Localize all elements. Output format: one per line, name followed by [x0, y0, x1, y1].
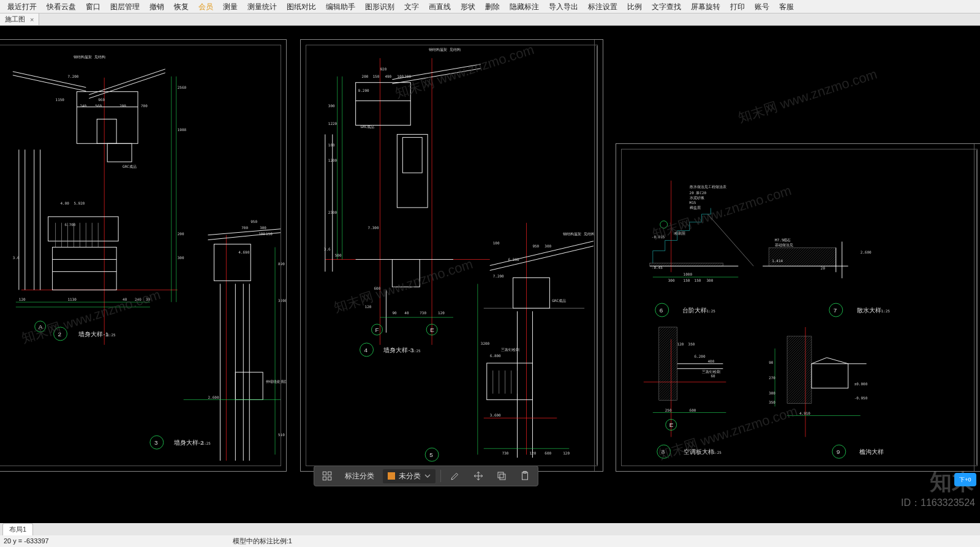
annot-category-select[interactable]: 未分类	[383, 469, 435, 483]
svg-rect-237	[323, 472, 326, 475]
document-tabbar: 施工图 ×	[0, 13, 980, 26]
drawing-canvas[interactable]: 120 1130 40 240 30 2560 1988 200 300 4.0…	[0, 26, 980, 523]
menu-import-export[interactable]: 导入导出	[544, 0, 583, 13]
menu-undo[interactable]: 撤销	[145, 0, 169, 13]
menu-find-text[interactable]: 文字查找	[647, 0, 686, 13]
annot-classify-label: 标注分类	[345, 471, 374, 481]
menu-shape-recog[interactable]: 图形识别	[360, 0, 399, 13]
move-icon[interactable]	[469, 469, 488, 483]
watermark: 知末网 www.znzmo.com	[736, 65, 880, 127]
svg-rect-242	[498, 472, 503, 478]
annot-classify-button[interactable]: 标注分类	[341, 469, 378, 483]
svg-rect-240	[328, 477, 331, 480]
resource-id: ID：1163323524	[901, 497, 975, 510]
annot-category-value: 未分类	[399, 471, 421, 481]
close-icon[interactable]: ×	[30, 16, 34, 23]
sheet-3-legend	[974, 144, 980, 471]
sheet-1-border	[0, 45, 281, 466]
edit-icon[interactable]	[446, 469, 464, 483]
menu-compare[interactable]: 图纸对比	[282, 0, 321, 13]
layout-tabbar: 布局1	[0, 523, 980, 535]
menu-support[interactable]: 客服	[774, 0, 799, 13]
paste-icon[interactable]	[516, 469, 534, 483]
menu-rotate[interactable]: 屏幕旋转	[686, 0, 725, 13]
model-scale: 模型中的标注比例:1	[233, 535, 292, 547]
menu-delete[interactable]: 删除	[480, 0, 505, 13]
svg-rect-241	[500, 474, 505, 480]
menu-measure[interactable]: 测量	[218, 0, 243, 13]
menu-recent[interactable]: 最近打开	[2, 0, 42, 13]
menu-shapes[interactable]: 形状	[456, 0, 480, 13]
menu-account[interactable]: 账号	[750, 0, 774, 13]
grid-icon[interactable]	[318, 469, 336, 483]
sheet-3-border	[621, 149, 978, 466]
copy-icon[interactable]	[492, 469, 511, 483]
menu-redo[interactable]: 恢复	[169, 0, 194, 13]
menu-annot-settings[interactable]: 标注设置	[583, 0, 622, 13]
menu-scale[interactable]: 比例	[622, 0, 647, 13]
menu-hide-annot[interactable]: 隐藏标注	[505, 0, 544, 13]
cursor-coords: 20 y = -633397	[4, 535, 49, 547]
menu-window[interactable]: 窗口	[81, 0, 105, 13]
floating-toolbar[interactable]: 标注分类 未分类	[314, 466, 538, 486]
menu-measure-stats[interactable]: 测量统计	[243, 0, 282, 13]
menu-line[interactable]: 画直线	[424, 0, 456, 13]
menu-layers[interactable]: 图层管理	[105, 0, 145, 13]
color-swatch-icon	[388, 472, 395, 480]
menu-edit-assist[interactable]: 编辑助手	[321, 0, 360, 13]
sheet-2: 3001220 12002300 100 920200 150490 10020…	[300, 39, 603, 472]
sheet-3: -0.015 -0.45 散水做法见工程做法表 20 厚C20 水泥砂浆 M15…	[616, 143, 980, 472]
sheet-1: 120 1130 40 240 30 2560 1988 200 300 4.0…	[0, 39, 287, 472]
menu-member[interactable]: 会员	[194, 0, 218, 13]
menubar: 最近打开 快看云盘 窗口 图层管理 撤销 恢复 会员 测量 测量统计 图纸对比 …	[0, 0, 980, 13]
sheet-2-legend	[594, 40, 603, 471]
tab-construction-drawing[interactable]: 施工图 ×	[0, 13, 39, 25]
svg-rect-238	[328, 472, 331, 475]
menu-text[interactable]: 文字	[399, 0, 424, 13]
statusbar: 20 y = -633397 模型中的标注比例:1	[0, 535, 980, 547]
tab-title: 施工图	[5, 15, 25, 24]
menu-clouddisk[interactable]: 快看云盘	[42, 0, 81, 13]
chevron-down-icon	[424, 473, 431, 479]
sheet-2-border	[306, 45, 598, 466]
menu-print[interactable]: 打印	[725, 0, 750, 13]
download-badge[interactable]: 下+0	[954, 473, 976, 486]
separator	[440, 470, 441, 482]
svg-rect-239	[323, 477, 326, 480]
layout-tab-1[interactable]: 布局1	[2, 523, 33, 535]
